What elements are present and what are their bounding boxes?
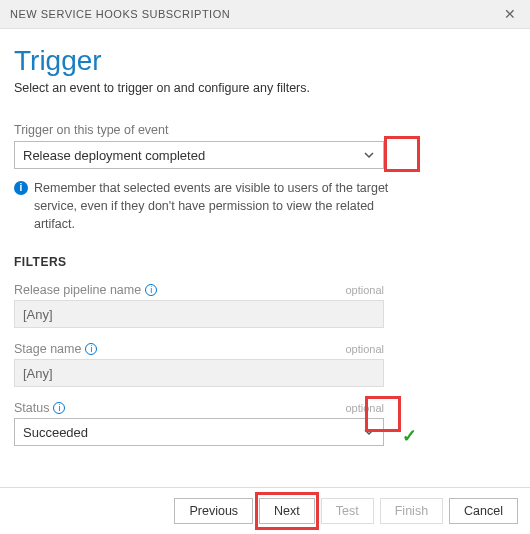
dialog-titlebar: NEW SERVICE HOOKS SUBSCRIPTION ✕ <box>0 0 530 29</box>
chevron-down-icon <box>363 426 375 438</box>
event-type-value: Release deployment completed <box>23 148 205 163</box>
event-type-label: Trigger on this type of event <box>14 123 516 137</box>
filter-pipeline-select[interactable]: [Any] <box>14 300 384 328</box>
info-note-row: i Remember that selected events are visi… <box>14 179 404 233</box>
filter-status: Status i optional Succeeded ✓ <box>14 401 516 446</box>
page-title: Trigger <box>14 45 516 77</box>
highlight-event-chevron <box>384 136 420 172</box>
info-icon[interactable]: i <box>85 343 97 355</box>
chevron-down-icon <box>363 149 375 161</box>
next-button-wrap: Next <box>259 498 315 524</box>
optional-tag: optional <box>345 284 384 296</box>
filters-header: FILTERS <box>14 255 516 269</box>
filter-status-value: Succeeded <box>23 425 88 440</box>
cancel-button[interactable]: Cancel <box>449 498 518 524</box>
finish-button: Finish <box>380 498 443 524</box>
filter-stage: Stage name i optional [Any] <box>14 342 516 387</box>
info-icon[interactable]: i <box>145 284 157 296</box>
test-button: Test <box>321 498 374 524</box>
info-note-text: Remember that selected events are visibl… <box>34 179 404 233</box>
page-subtitle: Select an event to trigger on and config… <box>14 81 516 95</box>
optional-tag: optional <box>345 402 384 414</box>
dialog-content: Trigger Select an event to trigger on an… <box>0 29 530 446</box>
filter-stage-label: Stage name i <box>14 342 97 356</box>
previous-button[interactable]: Previous <box>174 498 253 524</box>
filter-status-select[interactable]: Succeeded <box>14 418 384 446</box>
check-icon: ✓ <box>402 425 417 447</box>
event-type-select[interactable]: Release deployment completed <box>14 141 384 169</box>
dialog-title: NEW SERVICE HOOKS SUBSCRIPTION <box>10 8 230 20</box>
filter-stage-value: [Any] <box>23 366 53 381</box>
info-icon[interactable]: i <box>53 402 65 414</box>
event-type-row: Release deployment completed <box>14 141 516 169</box>
optional-tag: optional <box>345 343 384 355</box>
filter-stage-select[interactable]: [Any] <box>14 359 384 387</box>
info-icon: i <box>14 181 28 195</box>
dialog-footer: Previous Next Test Finish Cancel <box>0 487 530 534</box>
filter-status-label: Status i <box>14 401 65 415</box>
close-icon[interactable]: ✕ <box>500 6 521 22</box>
next-button[interactable]: Next <box>259 498 315 524</box>
filter-pipeline: Release pipeline name i optional [Any] <box>14 283 516 328</box>
filter-pipeline-label: Release pipeline name i <box>14 283 157 297</box>
filter-pipeline-value: [Any] <box>23 307 53 322</box>
